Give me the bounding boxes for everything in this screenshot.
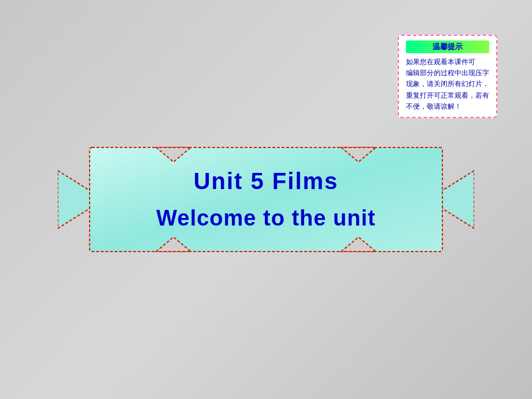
tooltip-text: 如果您在观看本课件可 编辑部分的过程中出现压字 现象，请关闭所有幻灯片， 重复打… [406, 57, 489, 112]
banner-subtitle: Welcome to the unit [156, 206, 375, 231]
banner-title: Unit 5 Films [156, 168, 375, 194]
tooltip-line1: 如果您在观看本课件可 [406, 58, 475, 66]
tooltip-line2: 编辑部分的过程中出现压字 [406, 69, 489, 77]
tooltip-title: 温馨提示 [406, 40, 489, 53]
ribbon-container: Unit 5 Films Welcome to the unit [58, 113, 474, 286]
tooltip-line5: 不便，敬请谅解！ [406, 102, 461, 110]
tooltip-box: 温馨提示 如果您在观看本课件可 编辑部分的过程中出现压字 现象，请关闭所有幻灯片… [398, 35, 497, 118]
ribbon-content: Unit 5 Films Welcome to the unit [121, 157, 410, 242]
tooltip-line4: 重复打开可正常观看，若有 [406, 91, 489, 99]
tooltip-line3: 现象，请关闭所有幻灯片， [406, 80, 489, 88]
